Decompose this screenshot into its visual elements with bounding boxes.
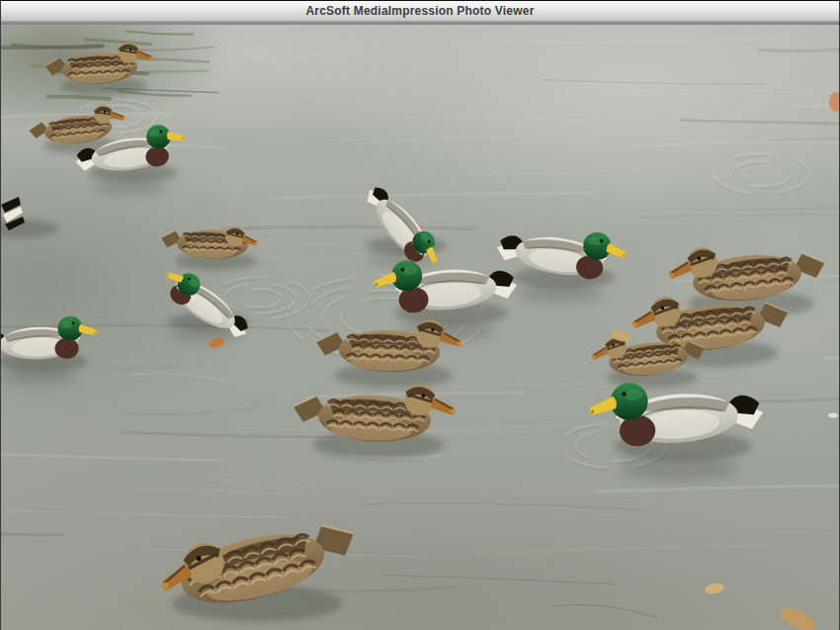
- photo-viewport[interactable]: [1, 25, 840, 630]
- window-title: ArcSoft MediaImpression Photo Viewer: [305, 4, 534, 18]
- photo-canvas: [1, 25, 840, 630]
- floating-leaf: [828, 413, 838, 418]
- title-bar[interactable]: ArcSoft MediaImpression Photo Viewer: [1, 0, 839, 21]
- photo-viewer-window: ArcSoft MediaImpression Photo Viewer: [0, 0, 840, 630]
